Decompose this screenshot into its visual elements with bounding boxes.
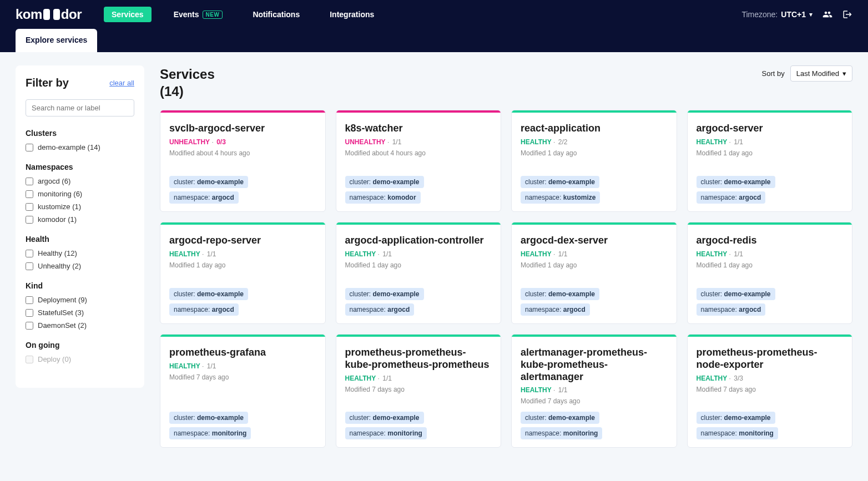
checkbox[interactable] bbox=[26, 178, 33, 185]
cluster-tag[interactable]: cluster: demo-example bbox=[697, 412, 775, 424]
service-card[interactable]: argocd-application-controllerHEALTHY · 1… bbox=[336, 222, 502, 324]
service-card[interactable]: prometheus-grafanaHEALTHY · 1/1Modified … bbox=[160, 334, 326, 448]
modified-time: Modified about 4 hours ago bbox=[345, 149, 492, 157]
checkbox[interactable] bbox=[26, 309, 33, 317]
service-card[interactable]: svclb-argocd-serverUNHEALTHY · 0/3Modifi… bbox=[160, 110, 326, 212]
service-name: k8s-watcher bbox=[345, 123, 492, 135]
nav-integrations[interactable]: Integrations bbox=[322, 7, 382, 22]
clear-all-link[interactable]: clear all bbox=[109, 79, 134, 87]
brand-logo[interactable]: komdor bbox=[16, 7, 82, 22]
namespace-tag[interactable]: namespace: argocd bbox=[169, 191, 239, 204]
service-name: prometheus-prometheus-kube-prometheus-pr… bbox=[345, 347, 492, 371]
cluster-tag[interactable]: cluster: demo-example bbox=[697, 288, 775, 300]
service-name: prometheus-prometheus-node-exporter bbox=[697, 347, 844, 371]
cluster-tag[interactable]: cluster: demo-example bbox=[169, 412, 248, 424]
filter-option[interactable]: Unhealthy (2) bbox=[26, 262, 134, 270]
modified-time: Modified 7 days ago bbox=[697, 386, 844, 393]
tab-explore-services[interactable]: Explore services bbox=[16, 29, 97, 52]
brand-glyph-icon bbox=[43, 9, 60, 20]
cluster-tag[interactable]: cluster: demo-example bbox=[521, 288, 599, 300]
service-card[interactable]: react-applicationHEALTHY · 2/2Modified 1… bbox=[511, 110, 677, 212]
namespace-tag[interactable]: namespace: argocd bbox=[345, 303, 415, 316]
service-card[interactable]: prometheus-prometheus-kube-prometheus-pr… bbox=[336, 334, 502, 448]
filter-option[interactable]: DaemonSet (2) bbox=[26, 321, 134, 330]
page-title: Services (14) bbox=[160, 65, 215, 100]
namespace-tag[interactable]: namespace: argocd bbox=[697, 303, 766, 316]
nav-services[interactable]: Services bbox=[104, 7, 152, 22]
namespace-tag[interactable]: namespace: monitoring bbox=[697, 427, 778, 439]
filter-search-input[interactable] bbox=[26, 99, 134, 117]
namespace-tag[interactable]: namespace: komodor bbox=[345, 191, 421, 204]
service-card[interactable]: argocd-redisHEALTHY · 1/1Modified 1 day … bbox=[687, 222, 853, 324]
nav-events[interactable]: Events NEW bbox=[166, 7, 231, 22]
namespace-tag[interactable]: namespace: kustomize bbox=[521, 191, 600, 204]
filter-option[interactable]: Healthy (12) bbox=[26, 249, 134, 257]
sort-value: Last Modified bbox=[796, 69, 839, 78]
service-card[interactable]: argocd-dex-serverHEALTHY · 1/1Modified 1… bbox=[511, 222, 677, 324]
cluster-tag[interactable]: cluster: demo-example bbox=[521, 176, 599, 188]
cluster-tag[interactable]: cluster: demo-example bbox=[169, 288, 248, 300]
modified-time: Modified 1 day ago bbox=[697, 149, 844, 157]
checkbox[interactable] bbox=[26, 216, 33, 224]
cluster-tag[interactable]: cluster: demo-example bbox=[697, 176, 775, 188]
namespace-tag[interactable]: namespace: argocd bbox=[521, 303, 590, 316]
timezone-selector[interactable]: Timezone: UTC+1 ▾ bbox=[741, 10, 813, 19]
filter-option-label: Deployment (9) bbox=[38, 296, 87, 304]
namespace-tag[interactable]: namespace: monitoring bbox=[521, 427, 602, 439]
filter-option-label: DaemonSet (2) bbox=[38, 321, 87, 330]
filter-option-label: Healthy (12) bbox=[38, 249, 77, 257]
filter-option[interactable]: monitoring (6) bbox=[26, 190, 134, 198]
service-card[interactable]: argocd-serverHEALTHY · 1/1Modified 1 day… bbox=[687, 110, 853, 212]
filter-option[interactable]: kustomize (1) bbox=[26, 202, 134, 211]
service-card[interactable]: alertmanager-prometheus-kube-prometheus-… bbox=[511, 334, 677, 448]
filter-option[interactable]: komodor (1) bbox=[26, 215, 134, 224]
cluster-tag[interactable]: cluster: demo-example bbox=[345, 412, 424, 424]
service-status: HEALTHY · 1/1 bbox=[169, 250, 316, 258]
filter-option[interactable]: demo-example (14) bbox=[26, 143, 134, 151]
filter-option[interactable]: argocd (6) bbox=[26, 177, 134, 185]
modified-time: Modified about 4 hours ago bbox=[169, 149, 316, 157]
logout-icon[interactable] bbox=[842, 9, 852, 19]
filter-option[interactable]: StatefulSet (3) bbox=[26, 308, 134, 317]
tags: cluster: demo-examplenamespace: argocd bbox=[345, 281, 492, 316]
filter-group-title: Kind bbox=[26, 281, 134, 290]
new-badge: NEW bbox=[203, 11, 223, 19]
sort-select[interactable]: Last Modified ▾ bbox=[790, 65, 852, 82]
service-status: UNHEALTHY · 0/3 bbox=[169, 138, 316, 146]
main-nav: Services Events NEW Notifications Integr… bbox=[104, 7, 382, 22]
service-name: alertmanager-prometheus-kube-prometheus-… bbox=[521, 347, 668, 383]
timezone-label: Timezone: bbox=[741, 10, 778, 19]
checkbox[interactable] bbox=[26, 296, 33, 304]
service-card[interactable]: k8s-watcherUNHEALTHY · 1/1Modified about… bbox=[336, 110, 502, 212]
users-icon[interactable] bbox=[822, 9, 832, 19]
checkbox[interactable] bbox=[26, 322, 33, 330]
modified-time: Modified 1 day ago bbox=[345, 261, 492, 269]
filter-option: Deploy (0) bbox=[26, 355, 134, 363]
service-status: HEALTHY · 1/1 bbox=[521, 250, 668, 258]
namespace-tag[interactable]: namespace: argocd bbox=[697, 191, 766, 204]
tags: cluster: demo-examplenamespace: monitori… bbox=[169, 405, 316, 439]
tags: cluster: demo-examplenamespace: argocd bbox=[169, 169, 316, 204]
checkbox[interactable] bbox=[26, 250, 33, 257]
cluster-tag[interactable]: cluster: demo-example bbox=[521, 412, 599, 424]
tags: cluster: demo-examplenamespace: monitori… bbox=[345, 405, 492, 439]
filter-option-label: komodor (1) bbox=[38, 215, 77, 224]
checkbox[interactable] bbox=[26, 203, 33, 211]
subbar: Explore services bbox=[0, 29, 868, 52]
service-card[interactable]: prometheus-prometheus-node-exporterHEALT… bbox=[687, 334, 853, 448]
namespace-tag[interactable]: namespace: argocd bbox=[169, 303, 239, 316]
chevron-down-icon: ▾ bbox=[842, 69, 846, 78]
service-card[interactable]: argocd-repo-serverHEALTHY · 1/1Modified … bbox=[160, 222, 326, 324]
namespace-tag[interactable]: namespace: monitoring bbox=[345, 427, 427, 439]
checkbox[interactable] bbox=[26, 190, 33, 198]
cluster-tag[interactable]: cluster: demo-example bbox=[169, 176, 248, 188]
nav-events-label: Events bbox=[174, 10, 199, 19]
checkbox[interactable] bbox=[26, 262, 33, 270]
checkbox[interactable] bbox=[26, 144, 33, 151]
cluster-tag[interactable]: cluster: demo-example bbox=[345, 288, 424, 300]
nav-notifications[interactable]: Notifications bbox=[245, 7, 307, 22]
cluster-tag[interactable]: cluster: demo-example bbox=[345, 176, 424, 188]
filter-option[interactable]: Deployment (9) bbox=[26, 296, 134, 304]
service-status: HEALTHY · 1/1 bbox=[345, 250, 492, 258]
namespace-tag[interactable]: namespace: monitoring bbox=[169, 427, 251, 439]
